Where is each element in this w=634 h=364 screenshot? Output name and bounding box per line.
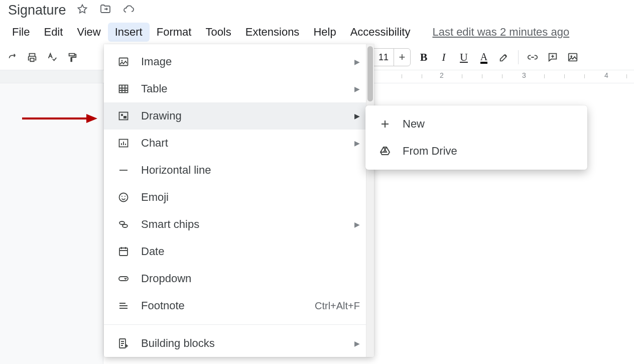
- add-comment-button[interactable]: [543, 47, 563, 67]
- svg-point-12: [119, 221, 124, 224]
- insert-footnote-shortcut: Ctrl+Alt+F: [315, 300, 360, 312]
- menu-format[interactable]: Format: [150, 23, 199, 42]
- ruler-tick: [626, 74, 627, 78]
- insert-smart-chips-item[interactable]: Smart chips ▶: [104, 211, 374, 238]
- drawing-from-drive-item[interactable]: From Drive: [365, 138, 587, 165]
- image-icon: [117, 55, 130, 68]
- text-color-glyph: A: [480, 51, 487, 62]
- title-row: Signature: [0, 0, 634, 20]
- menu-insert[interactable]: Insert: [108, 23, 150, 42]
- italic-button[interactable]: I: [434, 47, 454, 67]
- insert-image-item[interactable]: Image ▶: [104, 48, 374, 75]
- star-icon[interactable]: [76, 3, 88, 17]
- dropdown-icon: [117, 272, 130, 285]
- insert-building-blocks-label: Building blocks: [141, 337, 215, 350]
- ruler-mark-2: 2: [440, 71, 444, 79]
- menu-view[interactable]: View: [70, 23, 107, 42]
- insert-emoji-item[interactable]: Emoji: [104, 184, 374, 211]
- insert-link-button[interactable]: [523, 47, 543, 67]
- svg-point-13: [122, 224, 128, 227]
- insert-table-item[interactable]: Table ▶: [104, 75, 374, 102]
- bold-button[interactable]: B: [414, 47, 434, 67]
- menu-separator: [104, 324, 374, 325]
- chevron-right-icon: ▶: [354, 112, 360, 120]
- highlight-color-button[interactable]: [494, 47, 514, 67]
- last-edit-link[interactable]: Last edit was 2 minutes ago: [432, 26, 569, 39]
- insert-chart-label: Chart: [141, 137, 168, 150]
- dropdown-scrollbar[interactable]: [366, 44, 374, 357]
- insert-emoji-label: Emoji: [141, 191, 169, 204]
- insert-building-blocks-item[interactable]: Building blocks ▶: [104, 330, 374, 357]
- chevron-right-icon: ▶: [354, 85, 360, 93]
- svg-rect-15: [119, 277, 128, 281]
- bold-glyph: B: [420, 51, 428, 64]
- drive-icon: [378, 145, 392, 158]
- footnote-icon: [117, 299, 130, 312]
- ruler-left-margin: [0, 70, 103, 83]
- insert-dropdown: Image ▶ Table ▶ Drawing ▶ Chart ▶: [104, 44, 374, 357]
- chevron-right-icon: ▶: [354, 220, 360, 228]
- text-color-button[interactable]: A: [474, 47, 494, 67]
- ruler-tick: [402, 74, 402, 78]
- insert-table-label: Table: [141, 82, 168, 95]
- emoji-icon: [117, 191, 130, 204]
- insert-chart-item[interactable]: Chart ▶: [104, 130, 374, 157]
- svg-point-1: [571, 56, 572, 57]
- ruler-mark-3: 3: [522, 71, 526, 79]
- insert-date-item[interactable]: Date: [104, 238, 374, 265]
- insert-drawing-item[interactable]: Drawing ▶: [104, 102, 374, 130]
- insert-image-button[interactable]: [563, 47, 583, 67]
- svg-point-10: [121, 196, 122, 197]
- svg-point-9: [119, 193, 128, 202]
- dropdown-scroll-thumb[interactable]: [367, 46, 373, 101]
- drawing-new-label: New: [403, 117, 425, 131]
- spellcheck-button[interactable]: [42, 47, 62, 67]
- chart-icon: [117, 137, 130, 150]
- drawing-icon: [117, 109, 130, 123]
- insert-footnote-item[interactable]: Footnote Ctrl+Alt+F: [104, 292, 374, 319]
- underline-button[interactable]: U: [454, 47, 474, 67]
- title-icon-group: [76, 3, 135, 17]
- doc-title[interactable]: Signature: [8, 3, 66, 18]
- menu-file[interactable]: File: [5, 23, 37, 42]
- insert-smart-chips-label: Smart chips: [141, 218, 199, 231]
- menu-edit[interactable]: Edit: [37, 23, 70, 42]
- chevron-right-icon: ▶: [354, 339, 360, 347]
- horizontal-line-icon: [117, 164, 130, 177]
- menu-tools[interactable]: Tools: [198, 23, 238, 42]
- print-button[interactable]: [22, 47, 42, 67]
- menu-extensions[interactable]: Extensions: [238, 23, 307, 42]
- svg-rect-14: [119, 248, 128, 256]
- drawing-from-drive-label: From Drive: [403, 145, 457, 158]
- insert-hline-item[interactable]: Horizontal line: [104, 157, 374, 184]
- smart-chips-icon: [117, 218, 130, 231]
- ruler-tick: [564, 74, 565, 78]
- insert-hline-label: Horizontal line: [141, 164, 211, 177]
- font-size-value[interactable]: 11: [373, 48, 394, 66]
- chevron-right-icon: ▶: [354, 58, 360, 66]
- font-size-increase[interactable]: +: [394, 48, 410, 66]
- insert-image-label: Image: [141, 55, 172, 68]
- ruler-tick: [544, 74, 545, 78]
- paint-format-button[interactable]: [62, 47, 82, 67]
- toolbar-separator: [518, 50, 519, 64]
- svg-point-3: [121, 60, 123, 62]
- redo-button[interactable]: [2, 47, 22, 67]
- insert-dropdown-label: Dropdown: [141, 272, 191, 285]
- ruler-tick: [502, 74, 502, 78]
- menu-accessibility[interactable]: Accessibility: [343, 23, 418, 42]
- plus-icon: [378, 117, 392, 131]
- table-icon: [117, 82, 130, 95]
- move-icon[interactable]: [99, 3, 111, 17]
- svg-rect-7: [123, 116, 126, 118]
- italic-glyph: I: [442, 51, 445, 64]
- insert-footnote-label: Footnote: [141, 299, 185, 312]
- calendar-icon: [117, 245, 130, 258]
- cloud-status-icon[interactable]: [122, 3, 135, 17]
- drawing-new-item[interactable]: New: [365, 110, 587, 138]
- insert-dropdown-item[interactable]: Dropdown: [104, 265, 374, 292]
- insert-date-label: Date: [141, 245, 164, 258]
- menu-help[interactable]: Help: [306, 23, 343, 42]
- ruler-tick: [584, 74, 585, 78]
- ruler-mark-4: 4: [604, 71, 608, 79]
